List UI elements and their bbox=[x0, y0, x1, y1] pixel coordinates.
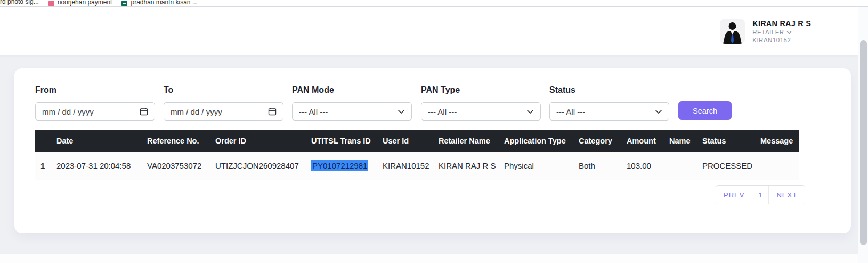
col-category: Category bbox=[579, 130, 627, 152]
bookmark-item[interactable]: pradhan mantri kisan ... bbox=[121, 0, 197, 6]
page-number-button[interactable]: 1 bbox=[752, 186, 768, 204]
cell-status: PROCESSED bbox=[702, 152, 760, 180]
bookmark-label: pradhan mantri kisan ... bbox=[131, 0, 197, 6]
from-label: From bbox=[35, 85, 155, 95]
chevron-down-icon bbox=[786, 30, 792, 34]
user-role-label: RETAILER bbox=[752, 28, 784, 36]
status-label: Status bbox=[549, 85, 669, 95]
table-row: 1 2023-07-31 20:04:58 VA0203753072 UTIZJ… bbox=[35, 152, 799, 180]
user-id: KIRAN10152 bbox=[752, 36, 811, 44]
col-user-id: User Id bbox=[383, 130, 439, 152]
col-message: Message bbox=[760, 130, 799, 152]
col-date: Date bbox=[56, 130, 147, 152]
user-info: KIRAN RAJ R S RETAILER KIRAN10152 bbox=[752, 19, 811, 44]
from-date-placeholder: mm / dd / yyyy bbox=[42, 107, 94, 116]
selected-text-highlight[interactable]: PY0107212981 bbox=[311, 160, 368, 171]
scrollbar-thumb[interactable] bbox=[860, 40, 867, 245]
cell-order-id: UTIZJCJON260928407 bbox=[215, 152, 311, 180]
pan-mode-select[interactable]: --- All --- bbox=[292, 102, 412, 121]
cell-category: Both bbox=[579, 152, 627, 180]
chevron-down-icon bbox=[398, 109, 405, 114]
bookmark-label: noorjehan payment bbox=[58, 0, 112, 6]
bookmark-label: rd photo sig... bbox=[0, 0, 39, 5]
col-utitsl-trans-id: UTITSL Trans ID bbox=[311, 130, 383, 152]
filter-from: From mm / dd / yyyy bbox=[35, 85, 155, 121]
results-table: Date Reference No. Order ID UTITSL Trans… bbox=[35, 130, 799, 180]
avatar bbox=[720, 19, 745, 44]
status-value: --- All --- bbox=[556, 107, 585, 116]
bookmark-item[interactable]: noorjehan payment bbox=[48, 0, 112, 6]
cell-utitsl-trans-id: PY0107212981 bbox=[311, 152, 383, 180]
cell-index: 1 bbox=[35, 152, 56, 180]
report-card: From mm / dd / yyyy To mm / dd / yyyy PA… bbox=[14, 68, 851, 233]
filter-pan-type: PAN Type --- All --- bbox=[421, 85, 541, 121]
cell-user-id: KIRAN10152 bbox=[383, 152, 439, 180]
pagination: PREV 1 NEXT bbox=[716, 185, 805, 204]
col-reference-no: Reference No. bbox=[147, 130, 215, 152]
cell-reference-no: VA0203753072 bbox=[147, 152, 215, 180]
calendar-icon[interactable] bbox=[140, 107, 148, 116]
to-label: To bbox=[164, 85, 283, 95]
cell-application-type: Physical bbox=[504, 152, 579, 180]
app-header: KIRAN RAJ R S RETAILER KIRAN10152 bbox=[0, 7, 858, 55]
vertical-scrollbar[interactable] bbox=[858, 7, 868, 263]
from-date-input[interactable]: mm / dd / yyyy bbox=[35, 102, 155, 121]
col-index bbox=[35, 130, 56, 152]
bottom-strip bbox=[0, 254, 858, 263]
user-name: KIRAN RAJ R S bbox=[752, 19, 811, 28]
cell-date: 2023-07-31 20:04:58 bbox=[56, 152, 147, 180]
chevron-down-icon bbox=[526, 109, 534, 114]
to-date-placeholder: mm / dd / yyyy bbox=[171, 107, 222, 116]
user-menu[interactable]: KIRAN RAJ R S RETAILER KIRAN10152 bbox=[720, 19, 811, 44]
cell-amount: 103.00 bbox=[627, 152, 669, 180]
payment-favicon-icon bbox=[48, 1, 54, 6]
prev-page-button[interactable]: PREV bbox=[716, 186, 752, 204]
cell-retailer-name: KIRAN RAJ R S bbox=[439, 152, 504, 180]
filter-status: Status --- All --- bbox=[549, 85, 669, 121]
bookmarks-bar: rd photo sig... noorjehan payment pradha… bbox=[0, 0, 868, 7]
status-select[interactable]: --- All --- bbox=[549, 102, 669, 121]
col-retailer-name: Retailer Name bbox=[439, 130, 504, 152]
col-name: Name bbox=[669, 130, 702, 152]
pan-mode-label: PAN Mode bbox=[292, 85, 412, 95]
search-button[interactable]: Search bbox=[678, 101, 732, 120]
cell-message bbox=[760, 152, 799, 180]
pan-mode-value: --- All --- bbox=[299, 107, 328, 116]
col-amount: Amount bbox=[627, 130, 669, 152]
pan-type-label: PAN Type bbox=[421, 85, 541, 95]
kisan-favicon-icon bbox=[121, 1, 127, 6]
col-status: Status bbox=[702, 130, 760, 152]
calendar-icon[interactable] bbox=[268, 107, 277, 116]
col-order-id: Order ID bbox=[215, 130, 311, 152]
filter-to: To mm / dd / yyyy bbox=[164, 85, 283, 121]
col-application-type: Application Type bbox=[504, 130, 579, 152]
table-header-row: Date Reference No. Order ID UTITSL Trans… bbox=[35, 130, 799, 152]
filter-pan-mode: PAN Mode --- All --- bbox=[292, 85, 412, 121]
bookmark-item[interactable]: rd photo sig... bbox=[0, 0, 39, 5]
pan-type-value: --- All --- bbox=[428, 107, 457, 116]
cell-name bbox=[669, 152, 702, 180]
user-role: RETAILER bbox=[752, 28, 811, 36]
to-date-input[interactable]: mm / dd / yyyy bbox=[164, 102, 283, 121]
next-page-button[interactable]: NEXT bbox=[768, 186, 805, 204]
pan-type-select[interactable]: --- All --- bbox=[421, 102, 541, 121]
chevron-down-icon bbox=[655, 109, 662, 114]
